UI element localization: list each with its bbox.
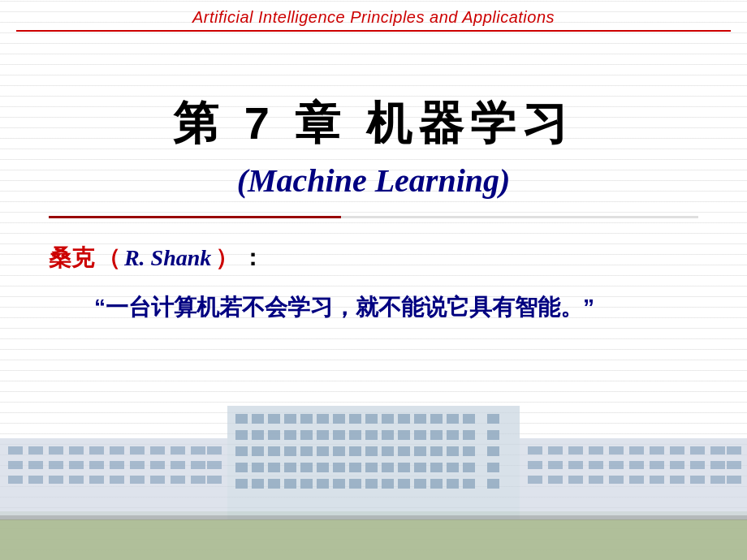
svg-rect-70 <box>300 479 313 489</box>
svg-rect-14 <box>430 414 443 424</box>
bg-building-svg <box>0 381 747 560</box>
svg-rect-6 <box>300 414 313 424</box>
svg-rect-109 <box>89 476 104 484</box>
svg-rect-149 <box>727 476 741 484</box>
svg-rect-133 <box>629 461 644 469</box>
svg-rect-27 <box>382 430 394 440</box>
svg-rect-2 <box>235 414 248 424</box>
svg-rect-137 <box>710 461 725 469</box>
svg-rect-126 <box>710 446 725 454</box>
svg-rect-61 <box>414 463 426 472</box>
svg-rect-28 <box>398 430 410 440</box>
chapter-title-en: (Machine Learning) <box>49 162 698 200</box>
svg-rect-117 <box>528 446 542 454</box>
svg-rect-146 <box>670 476 684 484</box>
svg-rect-18 <box>235 430 248 440</box>
svg-rect-96 <box>49 461 63 469</box>
svg-rect-43 <box>382 446 394 456</box>
svg-rect-24 <box>333 430 345 440</box>
svg-rect-135 <box>670 461 684 469</box>
svg-rect-33 <box>487 430 499 440</box>
svg-rect-90 <box>150 446 165 454</box>
svg-rect-103 <box>191 461 205 469</box>
svg-rect-39 <box>317 446 329 456</box>
svg-rect-49 <box>487 446 499 456</box>
chapter-title-zh: 第 7 章 机器学习 <box>49 93 698 155</box>
svg-rect-57 <box>349 463 361 472</box>
svg-rect-122 <box>629 446 644 454</box>
svg-rect-66 <box>235 479 248 489</box>
author-colon: ： <box>241 245 264 270</box>
svg-rect-147 <box>690 476 705 484</box>
svg-rect-72 <box>333 479 345 489</box>
svg-rect-88 <box>110 446 124 454</box>
svg-rect-38 <box>300 446 313 456</box>
svg-rect-138 <box>727 461 741 469</box>
svg-rect-69 <box>284 479 296 489</box>
svg-rect-136 <box>690 461 705 469</box>
svg-rect-80 <box>463 479 475 489</box>
svg-rect-91 <box>171 446 185 454</box>
author-bracket-close: ） <box>215 245 238 270</box>
svg-rect-32 <box>463 430 475 440</box>
svg-rect-47 <box>447 446 459 456</box>
svg-rect-144 <box>629 476 644 484</box>
svg-rect-22 <box>300 430 313 440</box>
svg-rect-139 <box>528 476 542 484</box>
svg-rect-99 <box>110 461 124 469</box>
svg-rect-17 <box>487 414 499 424</box>
svg-rect-73 <box>349 479 361 489</box>
svg-rect-78 <box>430 479 443 489</box>
svg-rect-107 <box>49 476 63 484</box>
svg-rect-125 <box>690 446 705 454</box>
svg-rect-130 <box>568 461 583 469</box>
svg-rect-9 <box>349 414 361 424</box>
svg-rect-79 <box>447 479 459 489</box>
main-content: 第 7 章 机器学习 (Machine Learning) 桑克 （ R. Sh… <box>0 37 747 342</box>
slide-title: Artificial Intelligence Principles and A… <box>0 8 747 27</box>
svg-rect-100 <box>130 461 145 469</box>
svg-rect-76 <box>398 479 410 489</box>
svg-rect-87 <box>89 446 104 454</box>
svg-rect-53 <box>284 463 296 472</box>
svg-rect-41 <box>349 446 361 456</box>
svg-rect-35 <box>252 446 264 456</box>
svg-rect-5 <box>284 414 296 424</box>
svg-rect-20 <box>268 430 280 440</box>
svg-rect-151 <box>0 515 747 520</box>
svg-rect-86 <box>69 446 84 454</box>
svg-rect-120 <box>589 446 603 454</box>
svg-rect-102 <box>171 461 185 469</box>
svg-rect-56 <box>333 463 345 472</box>
svg-rect-59 <box>382 463 394 472</box>
svg-rect-97 <box>69 461 84 469</box>
svg-rect-36 <box>268 446 280 456</box>
svg-rect-34 <box>235 446 248 456</box>
slide-container: Artificial Intelligence Principles and A… <box>0 0 747 560</box>
svg-rect-16 <box>463 414 475 424</box>
svg-rect-132 <box>609 461 624 469</box>
svg-rect-98 <box>89 461 104 469</box>
svg-rect-48 <box>463 446 475 456</box>
svg-rect-71 <box>317 479 329 489</box>
svg-rect-145 <box>650 476 664 484</box>
svg-rect-8 <box>333 414 345 424</box>
svg-rect-60 <box>398 463 410 472</box>
svg-rect-23 <box>317 430 329 440</box>
svg-rect-127 <box>727 446 741 454</box>
author-name-en: R. Shank <box>124 245 211 270</box>
svg-rect-77 <box>414 479 426 489</box>
svg-rect-104 <box>207 461 222 469</box>
svg-rect-30 <box>430 430 443 440</box>
svg-rect-51 <box>252 463 264 472</box>
svg-rect-93 <box>207 446 222 454</box>
svg-rect-92 <box>191 446 205 454</box>
svg-rect-52 <box>268 463 280 472</box>
svg-rect-67 <box>252 479 264 489</box>
svg-rect-114 <box>191 476 205 484</box>
svg-rect-106 <box>28 476 43 484</box>
svg-rect-131 <box>589 461 603 469</box>
svg-rect-3 <box>252 414 264 424</box>
svg-rect-123 <box>650 446 664 454</box>
svg-rect-37 <box>284 446 296 456</box>
